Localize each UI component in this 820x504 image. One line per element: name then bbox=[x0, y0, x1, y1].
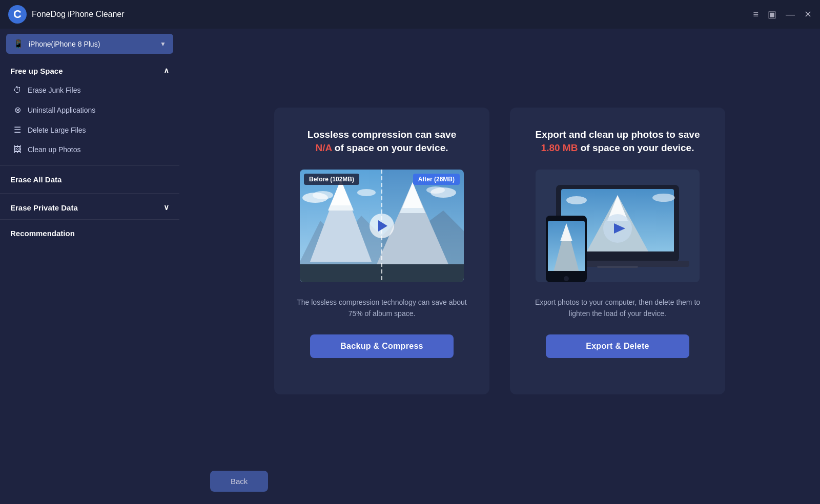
device-name: iPhone(iPhone 8 Plus) bbox=[29, 40, 160, 48]
svg-point-28 bbox=[566, 196, 587, 204]
svg-rect-27 bbox=[597, 266, 638, 268]
compress-card: Lossless compression can save N/A of spa… bbox=[274, 108, 489, 394]
close-icon[interactable]: ✕ bbox=[804, 9, 812, 20]
erase-junk-icon: ⏱ bbox=[12, 86, 23, 95]
sidebar-item-clean-photos[interactable]: 🖼 Clean up Photos bbox=[0, 140, 179, 159]
export-delete-button[interactable]: Export & Delete bbox=[546, 334, 689, 358]
sidebar-item-label-erase-junk: Erase Junk Files bbox=[28, 86, 80, 94]
section-title-free-up-space: Free up Space bbox=[10, 67, 63, 75]
svg-point-15 bbox=[313, 191, 333, 199]
after-label: After (26MB) bbox=[413, 174, 460, 185]
chevron-down-icon-private: ∨ bbox=[163, 203, 169, 212]
chat-icon[interactable]: ▣ bbox=[768, 9, 776, 20]
export-card-title: Export and clean up photos to save 1.80 … bbox=[530, 128, 705, 155]
bottom-bar: Back bbox=[179, 463, 820, 504]
sidebar-item-delete-large[interactable]: ☰ Delete Large Files bbox=[0, 120, 179, 140]
svg-point-29 bbox=[652, 194, 675, 202]
chevron-down-icon: ▼ bbox=[160, 40, 166, 48]
uninstall-apps-icon: ⊗ bbox=[12, 105, 23, 115]
compress-description: The lossless compression technology can … bbox=[295, 297, 469, 320]
sidebar-item-erase-junk[interactable]: ⏱ Erase Junk Files bbox=[0, 80, 179, 100]
divider-3 bbox=[0, 219, 179, 220]
export-card: Export and clean up photos to save 1.80 … bbox=[510, 108, 725, 394]
clean-photos-icon: 🖼 bbox=[12, 145, 23, 154]
device-icon: 📱 bbox=[13, 39, 24, 49]
section-title-recommendation: Recommendation bbox=[10, 229, 75, 238]
collapse-icon-free-up-space: ∧ bbox=[163, 66, 169, 75]
cards-row: Lossless compression can save N/A of spa… bbox=[210, 108, 789, 394]
compress-image: Before (102MB) After (26MB) bbox=[300, 170, 464, 282]
minimize-icon[interactable]: — bbox=[786, 9, 795, 20]
sidebar: 📱 iPhone(iPhone 8 Plus) ▼ Free up Space … bbox=[0, 29, 179, 504]
divider-1 bbox=[0, 165, 179, 166]
title-bar: C FoneDog iPhone Cleaner ≡ ▣ — ✕ bbox=[0, 0, 820, 29]
section-title-erase-all-data: Erase All Data bbox=[10, 175, 61, 184]
backup-compress-button[interactable]: Backup & Compress bbox=[310, 334, 454, 358]
divider-2 bbox=[0, 193, 179, 194]
svg-point-18 bbox=[426, 186, 445, 194]
device-selector[interactable]: 📱 iPhone(iPhone 8 Plus) ▼ bbox=[6, 34, 173, 54]
export-highlight: 1.80 MB bbox=[541, 142, 578, 153]
content-inner: Lossless compression can save N/A of spa… bbox=[179, 29, 820, 463]
svg-point-16 bbox=[357, 189, 376, 196]
section-header-erase-private[interactable]: Erase Private Data ∨ bbox=[0, 196, 179, 217]
before-label: Before (102MB) bbox=[304, 174, 359, 185]
export-description: Export photos to your computer, then del… bbox=[530, 297, 705, 320]
svg-point-35 bbox=[564, 276, 569, 281]
sidebar-item-label-uninstall-apps: Uninstall Applications bbox=[28, 106, 95, 114]
svg-text:C: C bbox=[13, 8, 22, 20]
app-logo: C bbox=[8, 5, 27, 24]
compress-card-title: Lossless compression can save N/A of spa… bbox=[308, 128, 456, 155]
play-button-compress[interactable] bbox=[370, 214, 394, 238]
section-title-erase-private: Erase Private Data bbox=[10, 203, 78, 212]
main-layout: 📱 iPhone(iPhone 8 Plus) ▼ Free up Space … bbox=[0, 29, 820, 504]
sidebar-item-label-clean-photos: Clean up Photos bbox=[28, 145, 81, 154]
app-title: FoneDog iPhone Cleaner bbox=[32, 10, 753, 19]
sidebar-item-label-delete-large: Delete Large Files bbox=[28, 126, 86, 134]
window-controls: ≡ ▣ — ✕ bbox=[753, 9, 812, 20]
section-free-up-space: Free up Space ∧ ⏱ Erase Junk Files ⊗ Uni… bbox=[0, 59, 179, 163]
compress-highlight: N/A bbox=[315, 142, 332, 153]
section-recommendation[interactable]: Recommendation bbox=[0, 222, 179, 245]
sidebar-item-uninstall-apps[interactable]: ⊗ Uninstall Applications bbox=[0, 100, 179, 120]
export-devices-image bbox=[536, 170, 700, 282]
menu-icon[interactable]: ≡ bbox=[753, 9, 758, 20]
section-erase-all-data[interactable]: Erase All Data bbox=[0, 168, 179, 191]
back-button[interactable]: Back bbox=[210, 471, 268, 492]
section-header-free-up-space[interactable]: Free up Space ∧ bbox=[0, 59, 179, 80]
content-area: Lossless compression can save N/A of spa… bbox=[179, 29, 820, 504]
delete-large-icon: ☰ bbox=[12, 125, 23, 135]
